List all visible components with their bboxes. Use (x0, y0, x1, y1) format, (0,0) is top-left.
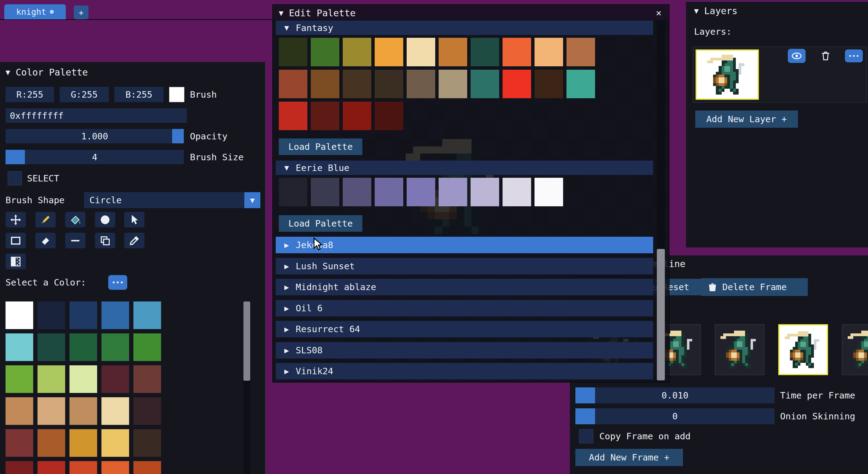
color-swatch[interactable] (343, 102, 371, 130)
blue-value-button[interactable]: B:255 (114, 87, 163, 102)
color-swatch[interactable] (5, 365, 33, 393)
color-swatch[interactable] (69, 302, 97, 329)
layer-options-button[interactable]: ••• (845, 49, 863, 62)
layer-row[interactable]: ••• (693, 47, 867, 103)
color-swatch[interactable] (69, 365, 97, 393)
color-swatch[interactable] (311, 178, 339, 206)
color-swatch[interactable] (133, 302, 161, 329)
hex-color-field[interactable]: 0xffffffff (5, 108, 187, 123)
delete-frame-button[interactable]: Delete Frame (702, 278, 808, 296)
color-swatch[interactable] (37, 302, 65, 329)
color-swatch[interactable] (133, 429, 161, 457)
color-swatch[interactable] (375, 38, 403, 66)
color-swatch[interactable] (471, 178, 499, 206)
color-swatch[interactable] (133, 365, 161, 393)
brush-shape-dropdown[interactable]: Circle ▼ (84, 192, 260, 208)
palette-section-lush-sunset[interactable]: ▶ Lush Sunset (276, 258, 653, 274)
dialog-scrollbar-thumb[interactable] (657, 249, 665, 380)
palette-section-eerie-blue[interactable]: ▼ Eerie Blue (276, 161, 653, 175)
color-swatch[interactable] (133, 461, 161, 474)
add-layer-button[interactable]: Add New Layer + (695, 110, 798, 128)
time-per-frame-slider[interactable]: 0.010 (576, 387, 775, 403)
close-dialog-button[interactable]: ✕ (653, 6, 665, 19)
color-swatch[interactable] (37, 461, 65, 474)
color-swatch[interactable] (101, 397, 129, 425)
color-swatch[interactable] (375, 70, 403, 98)
color-swatch[interactable] (279, 102, 307, 130)
color-swatch[interactable] (534, 178, 563, 206)
palette-section-jekoba8[interactable]: ▶ Jekoba8 (276, 237, 653, 253)
tool-rectangle-button[interactable] (5, 233, 26, 248)
color-grid-scrollbar-thumb[interactable] (243, 302, 250, 381)
tool-circle-button[interactable] (95, 212, 115, 228)
layer-visibility-button[interactable] (788, 49, 806, 63)
color-swatch[interactable] (69, 333, 97, 361)
color-swatch[interactable] (37, 429, 65, 457)
red-value-button[interactable]: R:255 (5, 87, 54, 102)
onion-skinning-slider[interactable]: 0 (576, 408, 775, 424)
palette-section-midnight-ablaze[interactable]: ▶ Midnight ablaze (276, 279, 653, 295)
tab-knight[interactable]: knight (4, 4, 66, 19)
color-swatch[interactable] (5, 302, 33, 329)
onion-skinning-handle[interactable] (576, 408, 595, 424)
color-swatch[interactable] (279, 178, 307, 206)
tool-cursor-button[interactable] (124, 212, 145, 228)
color-swatch[interactable] (534, 38, 563, 66)
tool-line-button[interactable] (65, 233, 86, 248)
green-value-button[interactable]: G:255 (60, 87, 109, 102)
palette-section-fantasy[interactable]: ▼ Fantasy (276, 21, 653, 35)
color-swatch[interactable] (343, 70, 371, 98)
color-swatch[interactable] (471, 70, 499, 98)
tool-move-button[interactable] (5, 212, 26, 228)
color-swatch[interactable] (375, 178, 403, 206)
frame-thumbnail-5[interactable] (842, 324, 868, 375)
color-swatch[interactable] (375, 102, 403, 130)
color-swatch[interactable] (5, 333, 33, 361)
color-swatch[interactable] (311, 102, 339, 130)
color-swatch[interactable] (69, 397, 97, 425)
more-colors-button[interactable]: ••• (108, 275, 127, 290)
color-swatch[interactable] (101, 333, 129, 361)
frame-thumbnail-3[interactable] (715, 324, 765, 375)
opacity-slider-handle[interactable] (172, 129, 184, 143)
color-swatch[interactable] (439, 178, 467, 206)
color-swatch[interactable] (407, 38, 435, 66)
color-swatch[interactable] (279, 38, 307, 66)
palette-section-oil6[interactable]: ▶ Oil 6 (276, 300, 653, 316)
color-swatch[interactable] (502, 178, 531, 206)
color-swatch[interactable] (439, 70, 467, 98)
palette-section-sls08[interactable]: ▶ SLS08 (276, 342, 653, 359)
color-swatch[interactable] (311, 70, 339, 98)
tool-eyedropper-button[interactable] (124, 233, 145, 248)
brush-size-slider[interactable]: 4 (5, 150, 184, 164)
layers-header[interactable]: ▼ Layers (694, 5, 737, 16)
color-swatch[interactable] (471, 38, 499, 66)
layer-thumbnail[interactable] (695, 49, 759, 100)
color-swatch[interactable] (502, 38, 531, 66)
color-swatch[interactable] (343, 38, 371, 66)
tool-dither-button[interactable] (5, 253, 26, 269)
color-swatch[interactable] (101, 365, 129, 393)
color-swatch[interactable] (101, 429, 129, 457)
color-swatch[interactable] (5, 429, 33, 457)
load-palette-button-eerie-blue[interactable]: Load Palette (279, 215, 362, 232)
color-swatch[interactable] (439, 38, 467, 66)
color-swatch[interactable] (37, 365, 65, 393)
color-swatch[interactable] (5, 461, 33, 474)
brush-color-swatch[interactable] (169, 87, 184, 102)
color-swatch[interactable] (407, 70, 435, 98)
brush-size-slider-handle[interactable] (5, 150, 25, 164)
color-swatch[interactable] (311, 38, 339, 66)
color-swatch[interactable] (37, 333, 65, 361)
tool-stamp-button[interactable] (95, 233, 115, 248)
opacity-slider[interactable]: 1.000 (5, 129, 184, 143)
color-swatch[interactable] (566, 38, 595, 66)
color-swatch[interactable] (279, 70, 307, 98)
color-swatch[interactable] (502, 70, 531, 98)
time-per-frame-handle[interactable] (576, 387, 595, 403)
layer-delete-button[interactable] (818, 49, 833, 63)
color-swatch[interactable] (5, 397, 33, 425)
tool-fill-button[interactable] (65, 212, 86, 228)
color-swatch[interactable] (407, 178, 435, 206)
color-swatch[interactable] (101, 302, 129, 329)
